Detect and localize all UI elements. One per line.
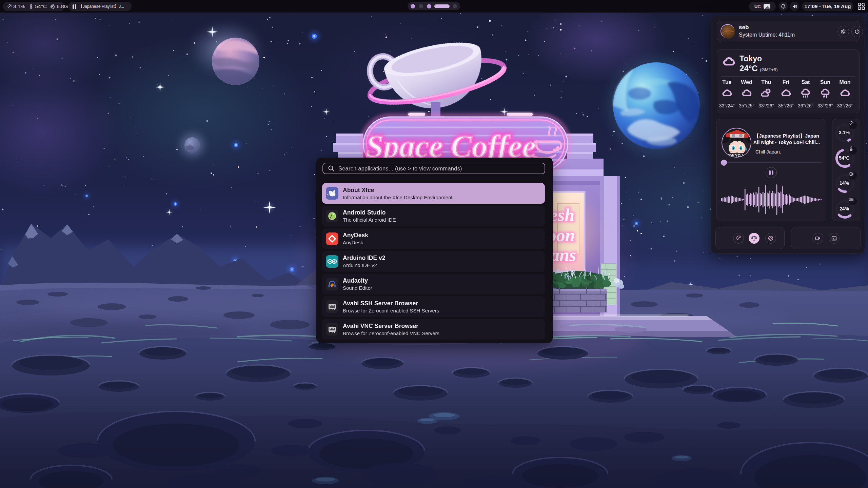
svg-text:TOKYO LO: TOKYO LO bbox=[727, 154, 748, 158]
